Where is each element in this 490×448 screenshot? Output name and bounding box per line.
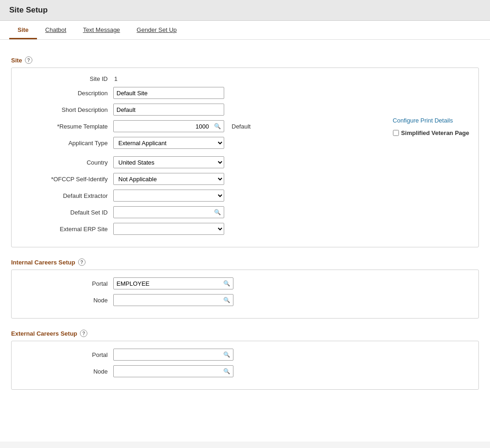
tab-chatbot[interactable]: Chatbot	[37, 21, 75, 39]
external-careers-section-title: External Careers Setup ?	[11, 330, 479, 337]
country-row: Country United States Canada Other	[21, 156, 379, 168]
external-node-label: Node	[21, 368, 113, 375]
internal-careers-section-title: Internal Careers Setup ?	[11, 258, 479, 266]
external-careers-help-icon[interactable]: ?	[80, 330, 87, 337]
resume-template-label: *Resume Template	[21, 123, 113, 130]
applicant-type-label: Applicant Type	[21, 140, 113, 147]
ofccp-label: *OFCCP Self-Identify	[21, 176, 113, 183]
page-header: Site Setup	[0, 0, 490, 21]
tab-text-message[interactable]: Text Message	[74, 21, 128, 39]
default-set-id-row: Default Set ID 🔍	[21, 206, 379, 218]
site-id-row: Site ID 1	[21, 75, 379, 82]
short-description-label: Short Description	[21, 106, 113, 113]
external-careers-section-box: Portal 🔍 Node 🔍	[11, 341, 479, 390]
applicant-type-row: Applicant Type External Applicant Intern…	[21, 137, 379, 149]
internal-node-search-button[interactable]: 🔍	[223, 297, 230, 303]
tab-site[interactable]: Site	[9, 21, 37, 39]
simplified-veteran-label: Simplified Veteran Page	[393, 129, 469, 136]
resume-template-search-box: 🔍	[113, 120, 224, 132]
default-extractor-select[interactable]: Option 1	[113, 190, 224, 202]
configure-print-details-link[interactable]: Configure Print Details	[393, 117, 469, 124]
ofccp-select[interactable]: Not Applicable Applicable	[113, 173, 224, 185]
internal-node-row: Node 🔍	[21, 294, 469, 306]
external-portal-search-box: 🔍	[113, 349, 233, 361]
external-portal-input[interactable]	[116, 349, 223, 360]
site-help-icon[interactable]: ?	[25, 56, 32, 64]
site-right-panel: Configure Print Details Simplified Veter…	[393, 117, 469, 136]
resume-template-row: *Resume Template 🔍 Default	[21, 120, 379, 132]
default-extractor-row: Default Extractor Option 1	[21, 190, 379, 202]
country-select[interactable]: United States Canada Other	[113, 156, 224, 168]
external-portal-row: Portal 🔍	[21, 349, 469, 361]
external-node-search-box: 🔍	[113, 365, 233, 377]
description-label: Description	[21, 90, 113, 97]
tabs-bar: Site Chatbot Text Message Gender Set Up	[0, 21, 490, 40]
description-row: Description	[21, 87, 379, 99]
applicant-type-select[interactable]: External Applicant Internal Applicant	[113, 137, 224, 149]
external-portal-search-button[interactable]: 🔍	[223, 351, 230, 358]
default-set-id-input[interactable]	[116, 207, 209, 218]
default-set-id-label: Default Set ID	[21, 209, 113, 216]
country-label: Country	[21, 159, 113, 166]
description-input[interactable]	[113, 87, 224, 99]
resume-template-input[interactable]	[116, 121, 209, 132]
site-id-value: 1	[113, 75, 117, 82]
site-section-title: Site ?	[11, 56, 479, 64]
internal-careers-help-icon[interactable]: ?	[78, 258, 86, 266]
external-erp-label: External ERP Site	[21, 226, 113, 233]
internal-node-label: Node	[21, 297, 113, 304]
internal-portal-input[interactable]	[116, 278, 223, 289]
internal-careers-section-box: Portal 🔍 Node 🔍	[11, 270, 479, 319]
default-extractor-label: Default Extractor	[21, 192, 113, 199]
tab-gender-set-up[interactable]: Gender Set Up	[129, 21, 185, 39]
resume-template-search-button[interactable]: 🔍	[214, 123, 221, 129]
external-node-row: Node 🔍	[21, 365, 469, 377]
site-id-label: Site ID	[21, 75, 113, 82]
site-section-box: Site ID 1 Description Short Description	[11, 68, 479, 247]
external-erp-select[interactable]: Option 1	[113, 223, 224, 235]
internal-portal-search-button[interactable]: 🔍	[223, 280, 230, 287]
default-set-id-search-box: 🔍	[113, 206, 224, 218]
external-portal-label: Portal	[21, 351, 113, 358]
external-node-search-button[interactable]: 🔍	[223, 368, 230, 374]
ofccp-row: *OFCCP Self-Identify Not Applicable Appl…	[21, 173, 379, 185]
short-description-row: Short Description	[21, 104, 379, 116]
internal-portal-row: Portal 🔍	[21, 277, 469, 289]
short-description-input[interactable]	[113, 104, 224, 116]
resume-template-static-text: Default	[228, 123, 251, 130]
main-content: Site ? Site ID 1 Description	[0, 40, 490, 442]
external-erp-row: External ERP Site Option 1	[21, 223, 379, 235]
internal-portal-label: Portal	[21, 280, 113, 287]
default-set-id-search-button[interactable]: 🔍	[214, 209, 221, 215]
external-node-input[interactable]	[116, 366, 223, 377]
site-form-fields: Site ID 1 Description Short Description	[21, 75, 379, 239]
internal-portal-search-box: 🔍	[113, 277, 233, 289]
internal-node-input[interactable]	[116, 295, 223, 306]
simplified-veteran-checkbox[interactable]	[393, 130, 399, 136]
internal-node-search-box: 🔍	[113, 294, 233, 306]
page-title: Site Setup	[9, 6, 481, 15]
